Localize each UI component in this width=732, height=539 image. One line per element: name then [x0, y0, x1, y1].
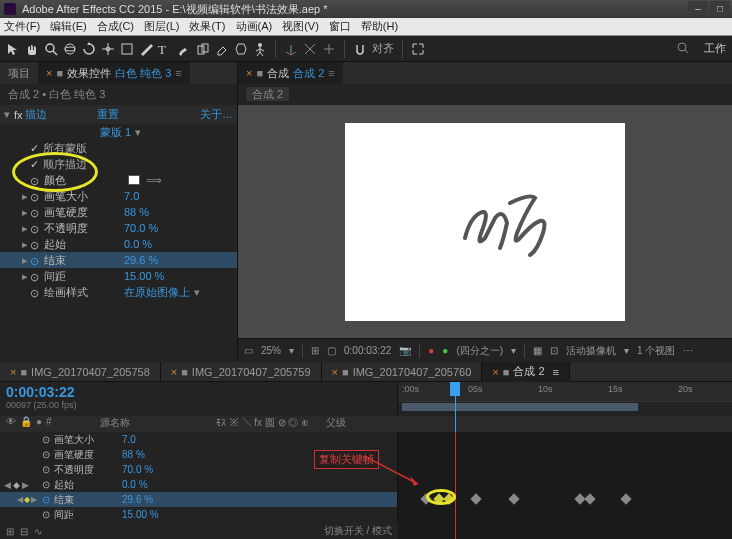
- tab-composition[interactable]: × ■ 合成 合成 2 ≡: [238, 62, 343, 84]
- color-swatch[interactable]: [128, 175, 140, 185]
- stopwatch-icon[interactable]: ⊙: [42, 449, 52, 460]
- rotate-tool-icon[interactable]: [82, 42, 96, 56]
- viewer[interactable]: [238, 105, 732, 338]
- menu-file[interactable]: 文件(F): [4, 19, 40, 34]
- view-icon[interactable]: ▦: [533, 345, 542, 356]
- text-tool-icon[interactable]: T: [158, 42, 172, 56]
- stopwatch-icon[interactable]: ⊙: [42, 509, 52, 520]
- toggle-switches[interactable]: 切换开关 / 模式: [324, 524, 392, 538]
- stopwatch-icon[interactable]: ⊙: [42, 434, 52, 445]
- minimize-button[interactable]: –: [688, 1, 708, 15]
- stopwatch-icon[interactable]: ⊙: [30, 255, 40, 265]
- vf-more-icon[interactable]: ⋯: [683, 345, 693, 356]
- axis2-icon[interactable]: [303, 42, 317, 56]
- toggle-icon[interactable]: ⊞: [6, 526, 14, 537]
- keyframe[interactable]: [508, 493, 519, 504]
- snap-icon[interactable]: [353, 42, 367, 56]
- time-display[interactable]: 0:00:03:22: [344, 345, 391, 356]
- menu-view[interactable]: 视图(V): [282, 19, 319, 34]
- tl-tab-3[interactable]: ×■合成 2≡: [482, 362, 570, 382]
- expand-icon[interactable]: [411, 42, 425, 56]
- roto-tool-icon[interactable]: [234, 42, 248, 56]
- cti-head-icon[interactable]: [450, 382, 460, 396]
- views-dropdown[interactable]: 1 个视图: [637, 344, 675, 358]
- selection-tool-icon[interactable]: [6, 42, 20, 56]
- menu-edit[interactable]: 编辑(E): [50, 19, 87, 34]
- maximize-button[interactable]: □: [710, 1, 730, 15]
- lock-col-icon[interactable]: 🔒: [20, 416, 32, 432]
- eraser-tool-icon[interactable]: [215, 42, 229, 56]
- paint-style-val[interactable]: 在原始图像上: [124, 285, 190, 300]
- kf-nav-outer[interactable]: ◀◆▶: [4, 480, 29, 490]
- col-source[interactable]: 源名称: [100, 416, 216, 432]
- camera-dropdown[interactable]: 活动摄像机: [566, 344, 616, 358]
- hand-tool-icon[interactable]: [25, 42, 39, 56]
- grid-icon[interactable]: ⊞: [311, 345, 319, 356]
- stopwatch-icon[interactable]: ⊙: [42, 494, 52, 505]
- stopwatch-icon[interactable]: ⊙: [42, 479, 52, 490]
- tab-menu-icon[interactable]: ≡: [175, 67, 181, 79]
- tab-project[interactable]: 项目: [0, 62, 38, 84]
- svg-rect-8: [198, 46, 204, 54]
- current-time[interactable]: 0:00:03:22: [6, 384, 391, 400]
- stopwatch-icon[interactable]: ⊙: [30, 207, 40, 217]
- brush-size-val[interactable]: 7.0: [124, 190, 139, 202]
- workspace-label[interactable]: 工作: [704, 41, 726, 56]
- reset-link[interactable]: 重置: [97, 107, 119, 122]
- clone-tool-icon[interactable]: [196, 42, 210, 56]
- shape-tool-icon[interactable]: [120, 42, 134, 56]
- puppet-tool-icon[interactable]: [253, 42, 267, 56]
- stopwatch-icon[interactable]: ⊙: [30, 239, 40, 249]
- tl-tab-0[interactable]: ×■IMG_20170407_205758: [0, 362, 161, 382]
- comp-breadcrumb[interactable]: 合成 2: [238, 84, 732, 105]
- timeline-tracks[interactable]: [398, 432, 732, 539]
- zoom-value[interactable]: 25%: [261, 345, 281, 356]
- about-link[interactable]: 关于…: [200, 107, 233, 122]
- start-label: 起始: [44, 237, 124, 252]
- region-icon[interactable]: ⊡: [550, 345, 558, 356]
- tl-tab-1[interactable]: ×■IMG_20170407_205759: [161, 362, 322, 382]
- menu-window[interactable]: 窗口: [329, 19, 351, 34]
- kf-nav[interactable]: ◀◆▶: [14, 495, 40, 504]
- work-area-bar[interactable]: [402, 403, 638, 411]
- stopwatch-icon[interactable]: ⊙: [30, 223, 40, 233]
- pen-tool-icon[interactable]: [139, 42, 153, 56]
- brush-tool-icon[interactable]: [177, 42, 191, 56]
- keyframe[interactable]: [584, 493, 595, 504]
- channel2-icon[interactable]: ●: [442, 345, 448, 356]
- mask-icon[interactable]: ▢: [327, 345, 336, 356]
- channel-icon[interactable]: ●: [428, 345, 434, 356]
- snapshot-icon[interactable]: 📷: [399, 345, 411, 356]
- brush-hard-val[interactable]: 88 %: [124, 206, 149, 218]
- res-dropdown[interactable]: (四分之一): [456, 344, 503, 358]
- menu-comp[interactable]: 合成(C): [97, 19, 134, 34]
- keyframe[interactable]: [470, 493, 481, 504]
- opacity-val[interactable]: 70.0 %: [124, 222, 158, 234]
- stopwatch-icon[interactable]: ⊙: [30, 287, 40, 297]
- menu-layer[interactable]: 图层(L): [144, 19, 179, 34]
- tl-tab-2[interactable]: ×■IMG_20170407_205760: [322, 362, 483, 382]
- eye-col-icon[interactable]: 👁: [6, 416, 16, 432]
- menu-effect[interactable]: 效果(T): [189, 19, 225, 34]
- menu-help[interactable]: 帮助(H): [361, 19, 398, 34]
- graph-icon[interactable]: ⊟: [20, 526, 28, 537]
- axis-icon[interactable]: [284, 42, 298, 56]
- fx-header[interactable]: ▾ fx 描边 重置 关于…: [0, 105, 237, 124]
- axis3-icon[interactable]: [322, 42, 336, 56]
- start-val[interactable]: 0.0 %: [124, 238, 152, 250]
- stopwatch-icon[interactable]: ⊙: [42, 464, 52, 475]
- spacing-val[interactable]: 15.00 %: [124, 270, 164, 282]
- time-ruler[interactable]: :00s 05s 10s 15s 20s: [398, 382, 732, 402]
- curve-icon[interactable]: ∿: [34, 526, 42, 537]
- menu-anim[interactable]: 动画(A): [236, 19, 273, 34]
- end-val[interactable]: 29.6 %: [124, 254, 158, 266]
- stopwatch-icon[interactable]: ⊙: [30, 191, 40, 201]
- fit-icon[interactable]: ▭: [244, 345, 253, 356]
- zoom-tool-icon[interactable]: [44, 42, 58, 56]
- search-icon-box[interactable]: [676, 41, 696, 57]
- keyframe[interactable]: [620, 493, 631, 504]
- orbit-tool-icon[interactable]: [63, 42, 77, 56]
- tab-effect-controls[interactable]: × ■ 效果控件 白色 纯色 3 ≡: [38, 62, 190, 84]
- stopwatch-icon[interactable]: ⊙: [30, 271, 40, 281]
- anchor-tool-icon[interactable]: [101, 42, 115, 56]
